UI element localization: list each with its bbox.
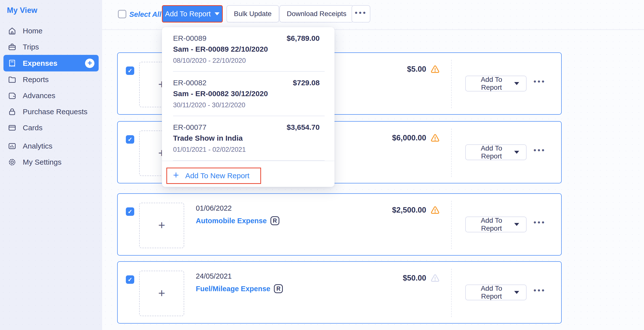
expense-date: 24/05/2021 bbox=[196, 272, 283, 280]
expense-amount: $2,500.00 bbox=[392, 206, 426, 214]
report-date-range: 30/11/2020 - 30/12/2020 bbox=[173, 101, 320, 109]
warning-icon bbox=[430, 205, 440, 215]
row-add-to-report-label: Add To Report bbox=[473, 144, 510, 160]
sidebar-item-cards[interactable]: Cards bbox=[0, 120, 102, 136]
chevron-down-icon bbox=[514, 82, 519, 85]
bar-chart-icon bbox=[8, 142, 16, 150]
row-add-to-report-button[interactable]: Add To Report bbox=[465, 76, 526, 92]
sidebar-item-home[interactable]: Home bbox=[0, 23, 102, 39]
sidebar-item-advances[interactable]: Advances bbox=[0, 88, 102, 104]
expense-checkbox[interactable] bbox=[126, 208, 134, 216]
add-to-new-report-button[interactable]: Add To New Report bbox=[166, 168, 261, 184]
report-option[interactable]: ER-00089 $6,789.00 Sam - ER-00089 22/10/… bbox=[162, 27, 334, 72]
dropdown-footer: Add To New Report bbox=[162, 161, 334, 184]
report-id: ER-00077 bbox=[173, 123, 206, 132]
report-title: Trade Show in India bbox=[173, 134, 320, 142]
select-all-label[interactable]: Select All bbox=[129, 10, 161, 18]
report-amount: $3,654.70 bbox=[287, 123, 320, 132]
briefcase-icon bbox=[8, 42, 16, 52]
home-icon bbox=[8, 26, 16, 35]
select-all-checkbox[interactable] bbox=[118, 10, 126, 18]
report-date-range: 08/10/2020 - 22/10/2020 bbox=[173, 57, 320, 64]
expense-amount: $50.00 bbox=[403, 274, 426, 282]
expense-category-link[interactable]: Fuel/Mileage Expense R bbox=[196, 284, 283, 293]
sidebar-item-label: Analytics bbox=[23, 142, 52, 150]
row-add-to-report-button[interactable]: Add To Report bbox=[465, 216, 526, 232]
add-to-report-button-label: Add To Report bbox=[165, 10, 211, 18]
report-amount: $6,789.00 bbox=[287, 34, 320, 42]
gear-icon bbox=[8, 158, 16, 166]
sidebar-item-expenses[interactable]: Expenses bbox=[4, 55, 99, 72]
reimbursable-badge: R bbox=[270, 216, 279, 225]
warning-icon bbox=[430, 133, 440, 143]
expense-category-link[interactable]: Automobile Expense R bbox=[196, 216, 279, 225]
reimbursable-badge: R bbox=[274, 284, 283, 293]
report-option[interactable]: ER-00082 $729.08 Sam - ER-00082 30/12/20… bbox=[162, 72, 334, 116]
add-to-new-report-label: Add To New Report bbox=[185, 172, 250, 180]
report-id: ER-00089 bbox=[173, 34, 206, 42]
sidebar-item-analytics[interactable]: Analytics bbox=[0, 138, 102, 154]
sidebar-item-label: Cards bbox=[23, 124, 42, 132]
credit-card-icon bbox=[8, 123, 16, 132]
sidebar-item-label: Expenses bbox=[23, 59, 57, 68]
sidebar-item-trips[interactable]: Trips bbox=[0, 39, 102, 55]
sidebar-item-label: Purchase Requests bbox=[23, 108, 88, 116]
download-receipts-button[interactable]: Download Receipts bbox=[279, 5, 354, 22]
receipt-icon bbox=[8, 59, 16, 68]
warning-icon bbox=[430, 64, 440, 74]
report-option[interactable]: ER-00077 $3,654.70 Trade Show in India 0… bbox=[162, 116, 334, 161]
sidebar-nav: Home Trips Expenses Reports Advan bbox=[0, 23, 102, 170]
report-amount: $729.08 bbox=[293, 78, 320, 87]
sidebar: My View Home Trips Expenses Reports bbox=[0, 0, 102, 330]
card-divider bbox=[451, 128, 452, 177]
wallet-icon bbox=[8, 91, 16, 100]
bulk-update-button-label: Bulk Update bbox=[234, 10, 272, 18]
add-receipt-dropzone[interactable] bbox=[139, 203, 184, 248]
sidebar-title: My View bbox=[7, 6, 37, 15]
sidebar-item-reports[interactable]: Reports bbox=[0, 72, 102, 88]
row-add-to-report-button[interactable]: Add To Report bbox=[465, 144, 526, 160]
add-to-report-button[interactable]: Add To Report bbox=[162, 5, 223, 22]
card-divider bbox=[451, 60, 452, 108]
expense-checkbox[interactable] bbox=[126, 135, 134, 144]
expense-row: 01/06/2022 Automobile Expense R $2,500.0… bbox=[117, 193, 562, 256]
expense-checkbox[interactable] bbox=[126, 66, 134, 75]
sidebar-item-label: Advances bbox=[23, 92, 56, 100]
expense-row: 24/05/2021 Fuel/Mileage Expense R $50.00… bbox=[117, 261, 562, 324]
add-receipt-dropzone[interactable] bbox=[139, 271, 184, 316]
main-content: Select All Add To Report Bulk Update Dow… bbox=[102, 0, 644, 330]
warning-icon bbox=[430, 273, 440, 283]
expense-amount: $5.00 bbox=[407, 65, 426, 74]
expense-checkbox[interactable] bbox=[126, 275, 134, 284]
lock-icon bbox=[8, 107, 16, 116]
folder-icon bbox=[8, 75, 16, 84]
chevron-down-icon bbox=[514, 291, 519, 294]
download-receipts-button-label: Download Receipts bbox=[287, 10, 346, 18]
report-title: Sam - ER-00082 30/12/2020 bbox=[173, 90, 320, 98]
chevron-down-icon bbox=[514, 223, 519, 226]
plus-icon bbox=[173, 170, 179, 180]
sidebar-item-purchase-requests[interactable]: Purchase Requests bbox=[0, 104, 102, 120]
bulk-update-button[interactable]: Bulk Update bbox=[226, 5, 279, 22]
row-add-to-report-label: Add To Report bbox=[473, 216, 510, 232]
chevron-down-icon bbox=[514, 151, 519, 154]
card-divider bbox=[451, 201, 452, 249]
report-title: Sam - ER-00089 22/10/2020 bbox=[173, 45, 320, 54]
plus-circle-icon[interactable] bbox=[85, 58, 94, 68]
sidebar-item-label: My Settings bbox=[23, 158, 62, 166]
expense-category-label: Automobile Expense bbox=[196, 217, 267, 225]
report-date-range: 01/01/2021 - 02/02/2021 bbox=[173, 146, 320, 154]
expense-category-label: Fuel/Mileage Expense bbox=[196, 285, 270, 293]
sidebar-item-label: Home bbox=[23, 27, 42, 35]
expense-date: 01/06/2022 bbox=[196, 204, 279, 212]
add-to-report-dropdown: ER-00089 $6,789.00 Sam - ER-00089 22/10/… bbox=[162, 27, 334, 187]
toolbar-more-button[interactable] bbox=[352, 5, 370, 22]
sidebar-item-my-settings[interactable]: My Settings bbox=[0, 154, 102, 170]
sidebar-item-label: Trips bbox=[23, 43, 39, 51]
expense-amount: $6,000.00 bbox=[392, 134, 426, 142]
row-add-to-report-label: Add To Report bbox=[473, 284, 510, 300]
chevron-down-icon bbox=[214, 12, 220, 15]
card-divider bbox=[451, 269, 452, 317]
sidebar-item-label: Reports bbox=[23, 76, 49, 84]
row-add-to-report-button[interactable]: Add To Report bbox=[465, 284, 526, 300]
